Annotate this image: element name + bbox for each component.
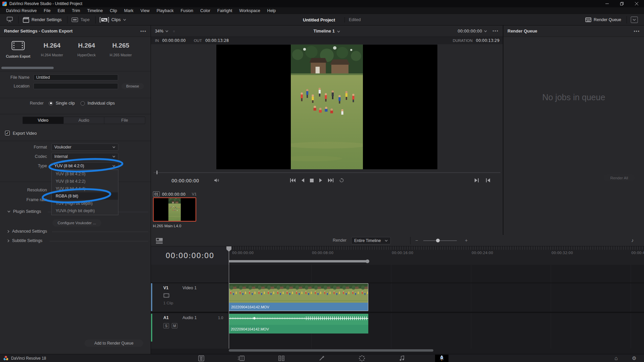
scrub-bar[interactable] bbox=[154, 172, 500, 173]
audio-track-id[interactable]: A1 bbox=[163, 315, 169, 320]
menu-help[interactable]: Help bbox=[267, 8, 276, 13]
type-option[interactable]: YUV (8 bit 4:2:0) bbox=[52, 170, 118, 178]
clips-button[interactable]: Clips bbox=[100, 14, 126, 25]
panel-expand-button[interactable] bbox=[631, 14, 638, 25]
speaker-icon[interactable] bbox=[214, 178, 219, 183]
codec-dropdown[interactable]: Internal bbox=[51, 153, 118, 160]
panel-options-icon[interactable]: ••• bbox=[140, 29, 147, 34]
solo-button[interactable]: S bbox=[163, 323, 169, 328]
last-frame-icon[interactable] bbox=[328, 178, 333, 182]
transport-timecode[interactable]: 00:00:00:00 bbox=[171, 178, 199, 183]
minimize-button[interactable] bbox=[600, 0, 614, 7]
type-option[interactable]: YUV (High bit depth) bbox=[52, 200, 118, 207]
render-queue-options-icon[interactable]: ••• bbox=[634, 29, 640, 34]
timeline-scroll-zoom-bar[interactable] bbox=[229, 260, 369, 262]
maximize-button[interactable] bbox=[614, 0, 629, 7]
page-edit[interactable] bbox=[275, 355, 288, 362]
audio-track-name[interactable]: Audio 1 bbox=[182, 315, 197, 320]
tab-file[interactable]: File bbox=[104, 117, 145, 124]
play-from-start-icon[interactable] bbox=[486, 178, 490, 182]
home-icon[interactable]: ⌂ bbox=[614, 355, 618, 361]
play-to-end-icon[interactable] bbox=[475, 178, 479, 182]
page-cut[interactable] bbox=[234, 355, 248, 362]
preset-youtube[interactable]: YouTube bbox=[145, 41, 151, 58]
menu-file[interactable]: File bbox=[44, 8, 50, 13]
page-fairlight[interactable] bbox=[395, 355, 409, 362]
render-clip-thumbnail[interactable] bbox=[153, 197, 196, 222]
page-deliver[interactable] bbox=[435, 355, 448, 362]
menu-view[interactable]: View bbox=[141, 8, 150, 13]
preset-h264-master[interactable]: H.264 H.264 Master bbox=[37, 41, 67, 57]
loop-icon[interactable] bbox=[339, 178, 344, 183]
mute-button[interactable]: M bbox=[172, 323, 177, 328]
video-track-id[interactable]: V1 bbox=[163, 286, 168, 290]
add-to-render-queue-button[interactable]: Add to Render Queue bbox=[85, 340, 143, 347]
menu-edit[interactable]: Edit bbox=[58, 8, 65, 13]
scrub-playhead[interactable] bbox=[157, 171, 157, 174]
browse-button[interactable]: Browse bbox=[121, 83, 144, 89]
preset-hyperdeck[interactable]: H.264 HyperDeck bbox=[71, 41, 102, 57]
menu-fusion[interactable]: Fusion bbox=[180, 8, 193, 13]
plugin-settings-collapser[interactable]: Plugin Settings bbox=[7, 209, 41, 214]
panel-toggle-button[interactable] bbox=[6, 14, 13, 25]
step-back-icon[interactable] bbox=[301, 178, 304, 182]
video-clip[interactable]: 20220904164142.MOV bbox=[229, 283, 368, 311]
tab-video[interactable]: Video bbox=[23, 117, 64, 124]
audio-track-level[interactable]: 1.0 bbox=[218, 316, 223, 320]
film-frame-icon[interactable] bbox=[163, 293, 169, 298]
settings-gear-icon[interactable]: ⚙ bbox=[632, 355, 636, 361]
preset-h265-master[interactable]: H.265 H.265 Master bbox=[106, 41, 136, 57]
tab-audio[interactable]: Audio bbox=[64, 117, 105, 124]
video-track-name[interactable]: Video 1 bbox=[182, 286, 197, 290]
type-option[interactable]: YUV (8 bit 4:2:2) bbox=[52, 178, 118, 185]
subtitle-settings-collapser[interactable]: Subtitle Settings bbox=[7, 238, 42, 243]
render-all-button[interactable]: Render All bbox=[603, 174, 635, 181]
zoom-in-icon[interactable]: + bbox=[465, 238, 468, 243]
thumbnail-view-icon[interactable] bbox=[156, 238, 163, 244]
mixer-icon[interactable]: ♪ bbox=[631, 237, 634, 243]
menu-playback[interactable]: Playback bbox=[157, 8, 174, 13]
page-fusion[interactable] bbox=[315, 355, 329, 362]
type-option-rgba[interactable]: RGBA (8 bit) bbox=[52, 192, 118, 200]
menu-mark[interactable]: Mark bbox=[124, 8, 133, 13]
timeline-zoom-slider[interactable] bbox=[423, 240, 457, 241]
first-frame-icon[interactable] bbox=[290, 178, 296, 182]
preset-scrollbar[interactable] bbox=[1, 67, 54, 69]
menu-trim[interactable]: Trim bbox=[72, 8, 80, 13]
menu-workspace[interactable]: Workspace bbox=[239, 8, 260, 13]
page-media[interactable] bbox=[195, 355, 208, 362]
menu-color[interactable]: Color bbox=[200, 8, 210, 13]
render-settings-button[interactable]: Render Settings bbox=[23, 14, 62, 25]
individual-clips-radio[interactable] bbox=[80, 101, 85, 106]
play-icon[interactable] bbox=[319, 178, 322, 182]
playhead-handle[interactable] bbox=[226, 246, 231, 252]
viewer-header-timecode[interactable]: 00:00:00:00 bbox=[458, 29, 482, 34]
timeline-selector[interactable]: Timeline 1 bbox=[151, 28, 503, 34]
stop-icon[interactable] bbox=[310, 179, 314, 182]
render-queue-toggle[interactable]: Render Queue bbox=[585, 14, 621, 25]
configure-voukoder-button[interactable]: Configure Voukoder ... bbox=[52, 219, 101, 227]
export-video-checkbox[interactable]: ✓ bbox=[5, 131, 10, 135]
file-name-input[interactable]: Untitled bbox=[34, 74, 118, 80]
location-input[interactable] bbox=[34, 83, 118, 89]
playhead-line[interactable] bbox=[229, 246, 229, 349]
viewer-options-icon[interactable]: ••• bbox=[492, 29, 499, 34]
menu-davinci-resolve[interactable]: DaVinci Resolve bbox=[6, 8, 37, 13]
render-mode-dropdown[interactable]: Entire Timeline bbox=[351, 237, 391, 244]
zoom-slider-handle[interactable] bbox=[436, 239, 440, 242]
menu-timeline[interactable]: Timeline bbox=[87, 8, 103, 13]
playhead-timecode[interactable]: 00:00:00:00 bbox=[151, 246, 229, 265]
menu-clip[interactable]: Clip bbox=[110, 8, 117, 13]
page-color[interactable] bbox=[355, 355, 369, 362]
type-option[interactable]: YUV (8 bit 4:4:4) bbox=[52, 185, 118, 192]
type-option[interactable]: YUVA (High bit depth) bbox=[52, 207, 118, 215]
preset-custom-export[interactable]: Custom Export bbox=[5, 41, 32, 58]
close-button[interactable] bbox=[629, 0, 644, 7]
menu-fairlight[interactable]: Fairlight bbox=[217, 8, 232, 13]
type-dropdown[interactable]: YUV (8 bit 4:2:0) bbox=[51, 162, 118, 170]
audio-clip[interactable]: 20220904164142.MOV bbox=[229, 314, 368, 334]
single-clip-radio[interactable] bbox=[49, 101, 53, 106]
advanced-settings-collapser[interactable]: Advanced Settings bbox=[7, 229, 47, 234]
zoom-out-icon[interactable]: − bbox=[415, 238, 418, 243]
tape-button[interactable]: Tape bbox=[71, 14, 90, 25]
